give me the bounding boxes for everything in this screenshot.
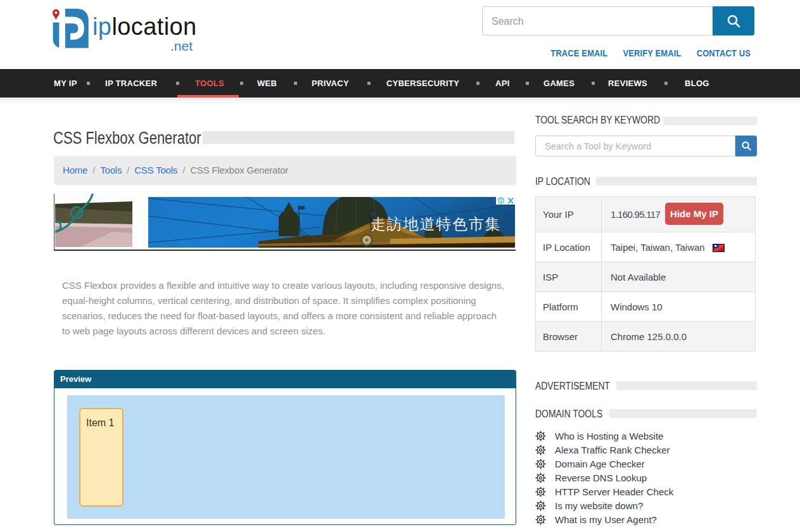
svg-text:走訪地道特色市集: 走訪地道特色市集 [371, 215, 501, 232]
